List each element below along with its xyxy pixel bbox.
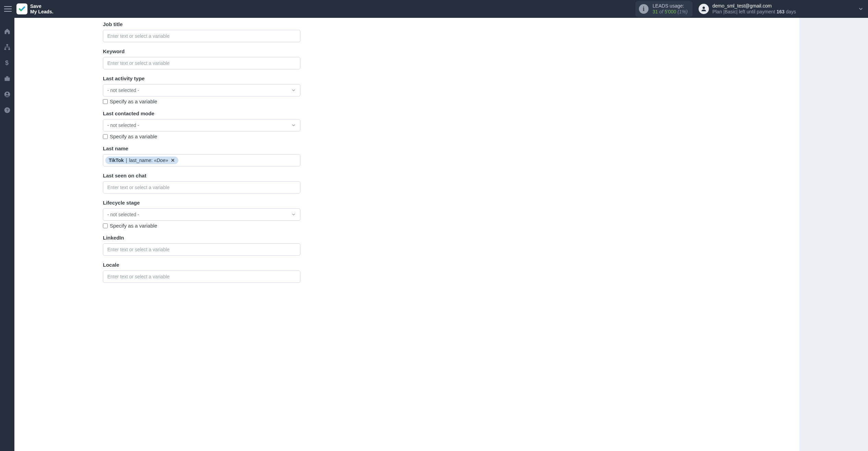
input-last-name[interactable]: TikTok | last_name: «Doe» ✕	[103, 154, 300, 166]
select-value: - not selected -	[107, 212, 139, 217]
svg-point-8	[6, 93, 8, 94]
label-keyword: Keyword	[103, 48, 300, 54]
brand-line1: Save	[30, 3, 53, 9]
chevron-down-icon	[291, 88, 296, 93]
leads-used: 31	[653, 9, 658, 14]
chevron-down-icon	[291, 123, 296, 128]
field-last-seen-chat: Last seen on chat	[103, 173, 300, 194]
menu-toggle-button[interactable]	[4, 6, 12, 12]
account-email: demo_sml_test@gmail.com	[712, 3, 796, 9]
question-icon: ?	[4, 107, 11, 114]
svg-text:$: $	[5, 59, 9, 66]
field-job-title: Job title	[103, 21, 300, 42]
logo-mark	[16, 3, 27, 14]
plan-name: Basic	[725, 9, 736, 14]
leads-total: 5'000	[665, 9, 676, 14]
form-panel: Job title Keyword Last activity type - n…	[14, 18, 799, 451]
svg-rect-3	[8, 48, 10, 50]
checkbox-specify-variable[interactable]	[103, 99, 108, 104]
select-value: - not selected -	[107, 123, 139, 128]
checkbox-specify-variable[interactable]	[103, 134, 108, 139]
plan-suffix: days	[785, 9, 796, 14]
field-last-activity-type: Last activity type - not selected - Spec…	[103, 76, 300, 104]
chip-value: «Doe»	[154, 158, 168, 163]
specify-variable-label: Specify as a variable	[110, 134, 157, 139]
sitemap-icon	[4, 44, 11, 50]
specify-variable-label: Specify as a variable	[110, 223, 157, 229]
specify-variable-last-contacted-mode[interactable]: Specify as a variable	[103, 134, 300, 139]
label-linkedin: LinkedIn	[103, 235, 300, 241]
brand-line2: My Leads.	[30, 9, 53, 14]
label-lifecycle-stage: Lifecycle stage	[103, 200, 300, 206]
leads-of: of	[659, 9, 663, 14]
svg-rect-1	[7, 44, 8, 46]
label-last-seen-chat: Last seen on chat	[103, 173, 300, 178]
nav-connections[interactable]	[3, 43, 11, 51]
avatar	[699, 4, 709, 14]
leads-usage-text: LEADS usage: 31 of 5'000 (1%)	[653, 3, 688, 15]
leads-usage-badge[interactable]: i LEADS usage: 31 of 5'000 (1%)	[635, 1, 692, 17]
plan-days: 163	[776, 9, 784, 14]
chevron-down-icon	[291, 212, 296, 217]
nav-billing[interactable]: $	[3, 59, 11, 67]
account-caret-button[interactable]	[858, 6, 864, 12]
label-job-title: Job title	[103, 21, 300, 27]
label-locale: Locale	[103, 262, 300, 268]
nav-help[interactable]: ?	[3, 106, 11, 114]
input-keyword[interactable]	[103, 57, 300, 69]
svg-point-0	[703, 7, 705, 9]
field-lifecycle-stage: Lifecycle stage - not selected - Specify…	[103, 200, 300, 229]
plan-prefix: Plan |	[712, 9, 725, 14]
svg-text:?: ?	[6, 108, 9, 112]
label-last-contacted-mode: Last contacted mode	[103, 111, 300, 116]
svg-rect-2	[4, 48, 6, 50]
input-linkedin[interactable]	[103, 243, 300, 256]
variable-chip-last-name[interactable]: TikTok | last_name: «Doe» ✕	[105, 157, 178, 164]
label-last-activity-type: Last activity type	[103, 76, 300, 81]
account-text: demo_sml_test@gmail.com Plan |Basic| lef…	[712, 3, 796, 15]
topbar: Save My Leads. i LEADS usage: 31 of 5'00…	[0, 0, 868, 18]
form-column: Job title Keyword Last activity type - n…	[103, 21, 300, 283]
field-locale: Locale	[103, 262, 300, 283]
svg-rect-5	[5, 78, 10, 81]
info-icon: i	[639, 4, 649, 14]
select-last-contacted-mode[interactable]: - not selected -	[103, 119, 300, 131]
chip-source: TikTok	[109, 158, 124, 163]
nav-briefcase[interactable]	[3, 75, 11, 82]
field-last-contacted-mode: Last contacted mode - not selected - Spe…	[103, 111, 300, 139]
plan-mid: | left until payment	[736, 9, 776, 14]
field-last-name: Last name TikTok | last_name: «Doe» ✕	[103, 146, 300, 166]
home-icon	[4, 28, 11, 35]
checkbox-specify-variable[interactable]	[103, 223, 108, 228]
left-rail: $ ?	[0, 18, 14, 451]
chevron-down-icon	[858, 6, 864, 12]
specify-variable-label: Specify as a variable	[110, 99, 157, 104]
select-last-activity-type[interactable]: - not selected -	[103, 84, 300, 96]
user-circle-icon	[4, 91, 11, 98]
specify-variable-lifecycle-stage[interactable]: Specify as a variable	[103, 223, 300, 229]
select-value: - not selected -	[107, 88, 139, 93]
input-last-seen-chat[interactable]	[103, 181, 300, 194]
brand-logo[interactable]: Save My Leads.	[16, 3, 53, 14]
page-scroll[interactable]: Job title Keyword Last activity type - n…	[14, 18, 868, 451]
field-keyword: Keyword	[103, 48, 300, 69]
chip-separator: |	[126, 158, 127, 163]
brand-text: Save My Leads.	[30, 3, 53, 14]
check-icon	[18, 5, 26, 13]
leads-usage-values: 31 of 5'000 (1%)	[653, 9, 688, 15]
input-job-title[interactable]	[103, 30, 300, 42]
chip-remove-button[interactable]: ✕	[171, 158, 175, 163]
user-icon	[700, 5, 707, 12]
nav-profile[interactable]	[3, 91, 11, 98]
dollar-icon: $	[5, 59, 9, 66]
label-last-name: Last name	[103, 146, 300, 151]
select-lifecycle-stage[interactable]: - not selected -	[103, 208, 300, 221]
leads-usage-title: LEADS usage:	[653, 3, 688, 9]
account-plan-line: Plan |Basic| left until payment 163 days	[712, 9, 796, 15]
specify-variable-last-activity-type[interactable]: Specify as a variable	[103, 99, 300, 104]
input-locale[interactable]	[103, 270, 300, 283]
briefcase-icon	[4, 75, 11, 82]
nav-home[interactable]	[3, 27, 11, 35]
account-menu[interactable]: demo_sml_test@gmail.com Plan |Basic| lef…	[699, 3, 796, 15]
svg-rect-6	[6, 76, 9, 77]
